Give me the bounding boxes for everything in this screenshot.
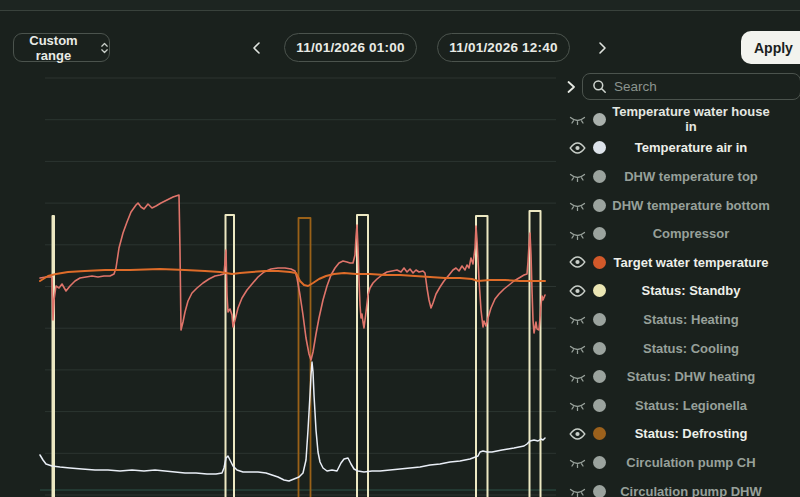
toggle-visibility-button[interactable] <box>568 139 586 157</box>
toggle-visibility-button[interactable] <box>568 110 586 128</box>
series-color-dot <box>593 113 606 126</box>
eye-closed-icon <box>569 455 586 469</box>
series-line-temperature-air-in <box>40 362 545 481</box>
chevron-left-icon <box>252 41 261 55</box>
eye-closed-icon <box>569 484 586 497</box>
series-color-dot <box>593 342 606 355</box>
series-color-dot <box>593 284 606 297</box>
series-line-target-water-temperature <box>40 269 545 286</box>
series-label: Status: Cooling <box>606 341 800 356</box>
chevron-up-down-icon <box>100 41 109 55</box>
series-row-status-legionella[interactable]: Status: Legionella <box>560 391 800 420</box>
series-row-dhw-temperature-bottom[interactable]: DHW temperature bottom <box>560 191 800 220</box>
series-label: Target water temperature <box>606 255 800 270</box>
toggle-visibility-button[interactable] <box>568 167 586 185</box>
toggle-visibility-button[interactable] <box>568 453 586 471</box>
series-label: Status: DHW heating <box>606 369 800 384</box>
search-input[interactable] <box>614 79 791 94</box>
series-label: Temperature water house in <box>606 104 800 134</box>
series-row-temperature-water-house-in[interactable]: Temperature water house in <box>560 105 800 134</box>
eye-open-icon <box>569 141 586 155</box>
apply-button[interactable]: Apply <box>741 31 800 64</box>
series-row-status-dhw-heating[interactable]: Status: DHW heating <box>560 362 800 391</box>
toggle-visibility-button[interactable] <box>568 196 586 214</box>
series-label: Circulation pump DHW <box>606 484 800 497</box>
series-color-dot <box>593 313 606 326</box>
eye-closed-icon <box>569 198 586 212</box>
toggle-visibility-button[interactable] <box>568 368 586 386</box>
series-color-dot <box>593 370 606 383</box>
series-sidebar: Temperature water house inTemperature ai… <box>560 65 800 497</box>
series-row-circulation-pump-dhw[interactable]: Circulation pump DHW <box>560 477 800 497</box>
series-row-temperature-air-in[interactable]: Temperature air in <box>560 134 800 163</box>
series-label: Circulation pump CH <box>606 455 800 470</box>
series-row-status-heating[interactable]: Status: Heating <box>560 305 800 334</box>
timeseries-chart[interactable] <box>0 65 560 497</box>
series-label: DHW temperature top <box>606 169 800 184</box>
series-row-target-water-temperature[interactable]: Target water temperature <box>560 248 800 277</box>
toggle-visibility-button[interactable] <box>568 310 586 328</box>
date-from-input[interactable]: 11/01/2026 01:00 <box>284 33 417 62</box>
eye-closed-icon <box>569 227 586 241</box>
chevron-right-icon <box>566 80 576 94</box>
collapse-sidebar-button[interactable] <box>566 76 576 98</box>
apply-label: Apply <box>754 40 793 56</box>
date-to-input[interactable]: 11/01/2026 12:40 <box>437 33 570 62</box>
series-color-dot <box>593 170 606 183</box>
series-label: Status: Defrosting <box>606 426 800 441</box>
series-row-dhw-temperature-top[interactable]: DHW temperature top <box>560 162 800 191</box>
eye-closed-icon <box>569 398 586 412</box>
series-line-status-defrosting <box>299 218 311 497</box>
series-color-dot <box>593 199 606 212</box>
series-line-status-standby <box>53 211 541 497</box>
series-label: Status: Heating <box>606 312 800 327</box>
eye-open-icon <box>569 284 586 298</box>
series-row-compressor[interactable]: Compressor <box>560 219 800 248</box>
series-color-dot <box>593 399 606 412</box>
series-color-dot <box>593 227 606 240</box>
search-box[interactable] <box>582 73 800 100</box>
toggle-visibility-button[interactable] <box>568 339 586 357</box>
eye-closed-icon <box>569 112 586 126</box>
toolbar: Custom range 11/01/2026 01:00 11/01/2026… <box>0 12 800 65</box>
series-color-dot <box>593 256 606 269</box>
toggle-visibility-button[interactable] <box>568 282 586 300</box>
next-range-button[interactable] <box>590 33 614 62</box>
series-color-dot <box>593 456 606 469</box>
series-color-dot <box>593 141 606 154</box>
series-line-temperature-water-house-in <box>40 195 545 360</box>
eye-closed-icon <box>569 370 586 384</box>
series-label: Status: Legionella <box>606 398 800 413</box>
toggle-visibility-button[interactable] <box>568 253 586 271</box>
series-row-circulation-pump-ch[interactable]: Circulation pump CH <box>560 448 800 477</box>
series-label: DHW temperature bottom <box>606 198 800 213</box>
eye-closed-icon <box>569 169 586 183</box>
eye-closed-icon <box>569 312 586 326</box>
series-row-status-defrosting[interactable]: Status: Defrosting <box>560 420 800 449</box>
sidebar-header <box>560 70 800 103</box>
date-to-value: 11/01/2026 12:40 <box>449 40 557 55</box>
toggle-visibility-button[interactable] <box>568 396 586 414</box>
series-label: Temperature air in <box>606 140 800 155</box>
series-row-status-cooling[interactable]: Status: Cooling <box>560 334 800 363</box>
eye-closed-icon <box>569 341 586 355</box>
prev-range-button[interactable] <box>244 33 268 62</box>
series-label: Status: Standby <box>606 283 800 298</box>
series-color-dot <box>593 427 606 440</box>
series-label: Compressor <box>606 226 800 241</box>
toggle-visibility-button[interactable] <box>568 225 586 243</box>
series-row-status-standby[interactable]: Status: Standby <box>560 277 800 306</box>
top-strip <box>0 0 800 11</box>
eye-open-icon <box>569 427 586 441</box>
search-icon <box>592 79 607 94</box>
series-list: Temperature water house inTemperature ai… <box>560 105 800 497</box>
eye-open-icon <box>569 255 586 269</box>
toggle-visibility-button[interactable] <box>568 425 586 443</box>
chevron-right-icon <box>598 41 607 55</box>
series-color-dot <box>593 485 606 497</box>
range-select[interactable]: Custom range <box>13 33 110 62</box>
toggle-visibility-button[interactable] <box>568 482 586 497</box>
date-from-value: 11/01/2026 01:00 <box>296 40 404 55</box>
range-select-label: Custom range <box>14 33 93 63</box>
